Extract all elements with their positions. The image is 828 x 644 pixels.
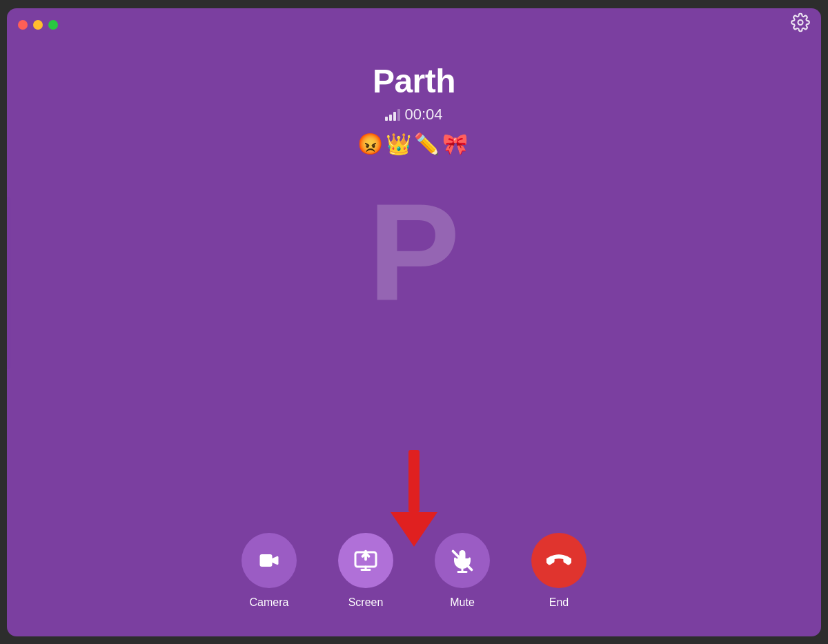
signal-bar-1	[385, 117, 388, 121]
maximize-button[interactable]	[48, 20, 58, 30]
settings-icon[interactable]	[791, 12, 810, 37]
camera-label: Camera	[250, 596, 289, 609]
caller-emojis: 😡👑✏️🎀	[357, 132, 471, 156]
minimize-button[interactable]	[33, 20, 43, 30]
timer-display: 00:04	[404, 106, 442, 124]
signal-bars	[385, 108, 400, 121]
screen-label: Screen	[348, 596, 384, 609]
camera-button[interactable]	[241, 533, 297, 588]
end-control: End	[531, 533, 586, 609]
end-button[interactable]	[531, 533, 586, 588]
signal-bar-4	[397, 109, 400, 121]
call-timer: 00:04	[385, 106, 442, 124]
arrow-shaft	[408, 450, 420, 512]
camera-control: Camera	[241, 533, 297, 609]
mute-icon	[450, 548, 475, 573]
end-call-icon	[546, 548, 571, 573]
mute-control: Mute	[435, 533, 490, 609]
screen-share-icon	[353, 548, 378, 573]
screen-control: Screen	[338, 533, 393, 609]
signal-bar-3	[393, 112, 396, 121]
left-accent	[7, 197, 10, 369]
camera-icon	[257, 548, 282, 573]
close-button[interactable]	[18, 20, 28, 30]
traffic-lights	[18, 20, 58, 30]
avatar-letter: P	[368, 184, 460, 322]
facetime-window: Parth 00:04 😡👑✏️🎀 P	[7, 8, 821, 636]
caller-name: Parth	[373, 62, 455, 100]
controls-bar: Camera Screen	[7, 533, 821, 636]
screen-button[interactable]	[338, 533, 393, 588]
title-bar	[7, 8, 821, 41]
svg-point-0	[798, 20, 803, 25]
mute-button[interactable]	[435, 533, 490, 588]
end-label: End	[549, 596, 569, 609]
mute-label: Mute	[450, 596, 475, 609]
signal-bar-2	[389, 115, 392, 121]
